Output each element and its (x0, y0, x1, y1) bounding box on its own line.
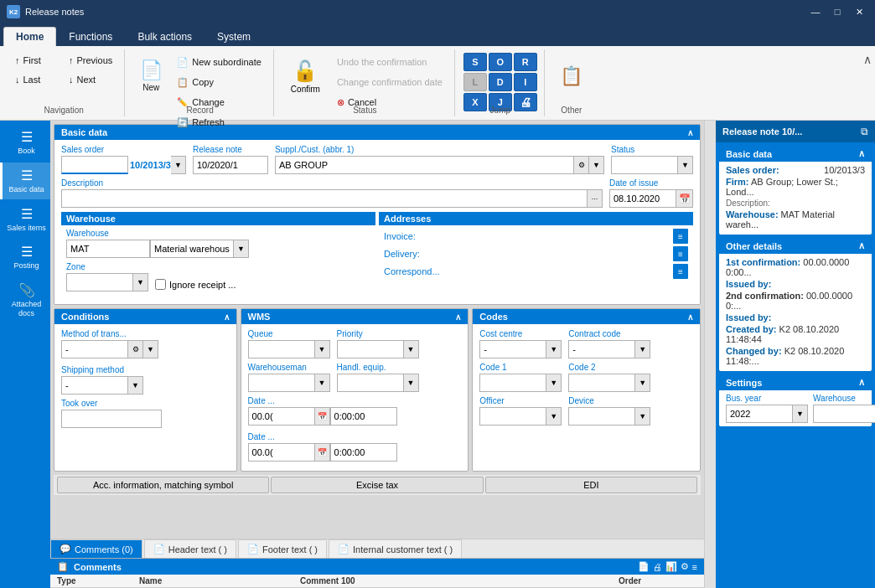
handl-equip-input[interactable] (337, 374, 404, 392)
edi-button[interactable]: EDI (485, 477, 697, 493)
cost-centre-input[interactable] (479, 340, 546, 358)
jump-i-button[interactable]: I (514, 73, 537, 91)
previous-button[interactable]: ↑ Previous (64, 51, 117, 70)
status-dropdown[interactable]: ▼ (678, 156, 693, 174)
jump-o-button[interactable]: O (489, 53, 512, 71)
officer-dropdown[interactable]: ▼ (546, 407, 562, 426)
ribbon-collapse-button[interactable]: ∧ (863, 53, 872, 66)
warehouse-dropdown[interactable]: ▼ (234, 240, 249, 258)
code2-dropdown[interactable]: ▼ (635, 374, 650, 392)
comments-chart-btn[interactable]: 📊 (665, 561, 677, 572)
zone-dropdown[interactable]: ▼ (133, 273, 148, 291)
wms-header[interactable]: WMS ∧ (241, 309, 469, 324)
undo-confirmation-button[interactable]: Undo the confirmation (332, 53, 448, 71)
date-picker-button[interactable]: 📅 (676, 189, 693, 208)
right-settings-header[interactable]: Settings ∧ (719, 374, 872, 390)
ignore-receipt-checkbox[interactable] (155, 279, 166, 290)
sidebar-item-posting[interactable]: ☰ Posting (0, 239, 50, 276)
jump-l-button[interactable]: L (463, 73, 487, 91)
contract-code-input[interactable] (568, 340, 635, 358)
comments-add-btn[interactable]: 📄 (638, 561, 650, 572)
tab-home[interactable]: Home (3, 27, 56, 46)
tab-footer-text[interactable]: 📄 Footer text ( ) (238, 539, 327, 558)
correspond-btn[interactable]: ≡ (673, 264, 688, 279)
device-input[interactable] (568, 407, 635, 426)
method-trans-dropdown[interactable]: ▼ (143, 340, 158, 358)
confirm-button[interactable]: 🔓 Confirm (282, 51, 329, 101)
queue-dropdown[interactable]: ▼ (315, 340, 330, 358)
took-over-input[interactable] (61, 410, 162, 428)
jump-print-button[interactable]: 🖨 (514, 93, 537, 111)
method-trans-settings[interactable]: ⚙ (128, 340, 143, 358)
comments-print-btn[interactable]: 🖨 (653, 562, 662, 572)
code1-input[interactable] (479, 374, 546, 392)
date1-input[interactable] (248, 407, 315, 426)
basic-data-header[interactable]: Basic data ∧ (54, 125, 700, 140)
bus-year-dropdown[interactable]: ▼ (793, 405, 808, 423)
tab-system[interactable]: System (205, 27, 263, 46)
conditions-header[interactable]: Conditions ∧ (54, 309, 236, 324)
handl-equip-dropdown[interactable]: ▼ (404, 374, 419, 392)
tab-functions[interactable]: Functions (56, 27, 125, 46)
close-button[interactable]: ✕ (850, 4, 868, 19)
warehouseman-dropdown[interactable]: ▼ (315, 374, 330, 392)
sidebar-item-attached-docs[interactable]: 📎 Attached docs (0, 277, 50, 323)
description-dots[interactable]: ··· (588, 189, 603, 208)
right-warehouse-input[interactable] (813, 405, 875, 423)
warehouseman-input[interactable] (248, 374, 315, 392)
officer-input[interactable] (479, 407, 546, 426)
sidebar-item-sales-items[interactable]: ☰ Sales items (0, 201, 50, 238)
shipping-method-input[interactable] (61, 376, 128, 395)
device-dropdown[interactable]: ▼ (635, 407, 650, 426)
description-input[interactable] (61, 189, 588, 208)
time1-input[interactable] (330, 407, 397, 426)
jump-r-button[interactable]: R (514, 53, 537, 71)
tab-header-text[interactable]: 📄 Header text ( ) (144, 539, 236, 558)
new-button[interactable]: 📄 New (133, 51, 168, 101)
code2-input[interactable] (568, 374, 635, 392)
maximize-button[interactable]: □ (828, 4, 847, 19)
suppl-cust-icon-btn[interactable]: ⚙ (574, 156, 589, 174)
queue-input[interactable] (248, 340, 315, 358)
codes-header[interactable]: Codes ∧ (473, 309, 700, 324)
shipping-dropdown[interactable]: ▼ (128, 376, 143, 395)
jump-s-button[interactable]: S (463, 53, 487, 71)
warehouse-code-input[interactable] (66, 240, 150, 258)
tab-bulk-actions[interactable]: Bulk actions (125, 27, 205, 46)
method-trans-input[interactable] (61, 340, 128, 358)
cancel-button[interactable]: ⊗ Cancel (332, 93, 448, 111)
sales-order-dropdown[interactable]: ▼ (171, 156, 186, 174)
change-confirmation-date-button[interactable]: Change confirmation date (332, 73, 448, 91)
suppl-cust-dropdown[interactable]: ▼ (589, 156, 604, 174)
date2-input[interactable] (248, 443, 315, 462)
zone-input[interactable] (66, 273, 133, 291)
code1-dropdown[interactable]: ▼ (546, 374, 562, 392)
invoice-btn[interactable]: ≡ (673, 229, 688, 244)
right-basic-data-header[interactable]: Basic data ∧ (719, 146, 872, 162)
contract-code-dropdown[interactable]: ▼ (635, 340, 650, 358)
first-button[interactable]: ↑ First (10, 51, 60, 70)
tab-comments[interactable]: 💬 Comments (0) (50, 539, 142, 558)
status-input[interactable] (611, 156, 678, 174)
suppl-cust-input[interactable] (275, 156, 574, 174)
date2-picker[interactable]: 📅 (315, 443, 330, 462)
cost-centre-dropdown[interactable]: ▼ (546, 340, 562, 358)
right-panel-expand-btn[interactable]: ⧉ (861, 126, 868, 137)
refresh-button[interactable]: 🔄 Refresh (172, 113, 267, 132)
right-other-details-header[interactable]: Other details ∧ (719, 238, 872, 254)
next-button[interactable]: ↓ Next (64, 70, 114, 89)
tab-internal-customer-text[interactable]: 📄 Internal customer text ( ) (329, 539, 462, 558)
release-note-input[interactable] (193, 156, 268, 174)
sidebar-item-basic-data[interactable]: ☰ Basic data (0, 162, 50, 199)
jump-d-button[interactable]: D (489, 73, 512, 91)
delivery-btn[interactable]: ≡ (673, 246, 688, 261)
warehouse-name-input[interactable] (150, 240, 234, 258)
sales-order-input[interactable] (61, 156, 128, 174)
main-scrollbar[interactable] (704, 121, 716, 588)
new-subordinate-button[interactable]: 📄 New subordinate (172, 53, 267, 71)
jump-x-button[interactable]: X (463, 93, 487, 111)
acc-info-button[interactable]: Acc. information, matching symbol (57, 477, 269, 493)
sidebar-item-book[interactable]: ☰ Book (0, 124, 50, 161)
minimize-button[interactable]: — (806, 4, 825, 19)
comments-menu-btn[interactable]: ≡ (692, 562, 697, 572)
